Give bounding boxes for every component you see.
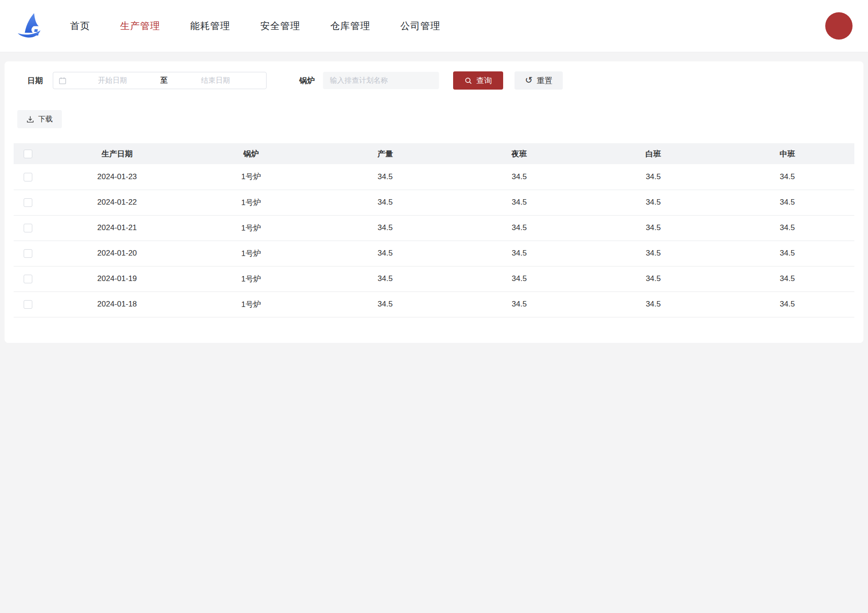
row-checkbox[interactable] xyxy=(24,249,32,258)
cell-boiler: 1号炉 xyxy=(184,291,318,317)
cell-middle-shift: 34.5 xyxy=(720,164,854,190)
reset-button-label: 重置 xyxy=(537,75,552,86)
nav-item-company[interactable]: 公司管理 xyxy=(400,20,440,32)
cell-production-date: 2024-01-19 xyxy=(50,266,184,291)
cell-production-date: 2024-01-21 xyxy=(50,215,184,241)
app-logo-sailboat-icon xyxy=(15,11,45,40)
query-button[interactable]: 查询 xyxy=(453,71,503,90)
cell-output: 34.5 xyxy=(318,164,452,190)
download-button-label: 下载 xyxy=(38,115,53,124)
query-button-label: 查询 xyxy=(476,75,492,86)
cell-day-shift: 34.5 xyxy=(586,241,721,266)
cell-production-date: 2024-01-20 xyxy=(50,241,184,266)
nav-item-safety[interactable]: 安全管理 xyxy=(260,20,300,32)
row-checkbox[interactable] xyxy=(24,224,32,232)
filter-row: 日期 至 锅炉 查询 xyxy=(27,71,854,90)
cell-output: 34.5 xyxy=(318,215,452,241)
download-icon xyxy=(26,116,34,123)
cell-day-shift: 34.5 xyxy=(586,215,721,241)
row-checkbox[interactable] xyxy=(24,275,32,283)
cell-output: 34.5 xyxy=(318,266,452,291)
main-nav: 首页 生产管理 能耗管理 安全管理 仓库管理 公司管理 xyxy=(70,20,440,32)
nav-item-warehouse[interactable]: 仓库管理 xyxy=(330,20,370,32)
col-output: 产量 xyxy=(318,143,452,164)
cell-day-shift: 34.5 xyxy=(586,164,721,190)
cell-middle-shift: 34.5 xyxy=(720,190,854,215)
cell-night-shift: 34.5 xyxy=(452,266,586,291)
cell-output: 34.5 xyxy=(318,291,452,317)
cell-day-shift: 34.5 xyxy=(586,291,721,317)
cell-boiler: 1号炉 xyxy=(184,190,318,215)
nav-item-energy[interactable]: 能耗管理 xyxy=(190,20,230,32)
cell-middle-shift: 34.5 xyxy=(720,291,854,317)
row-checkbox[interactable] xyxy=(24,198,32,207)
boiler-filter-label: 锅炉 xyxy=(299,75,315,86)
table-row: 2024-01-19 1号炉 34.5 34.5 34.5 34.5 xyxy=(14,266,854,291)
production-table: 生产日期 锅炉 产量 夜班 白班 中班 2024-01-23 1号炉 34.5 … xyxy=(14,143,854,317)
cell-boiler: 1号炉 xyxy=(184,164,318,190)
col-day-shift: 白班 xyxy=(586,143,721,164)
cell-middle-shift: 34.5 xyxy=(720,266,854,291)
calendar-icon xyxy=(59,77,66,85)
cell-middle-shift: 34.5 xyxy=(720,215,854,241)
table-row: 2024-01-20 1号炉 34.5 34.5 34.5 34.5 xyxy=(14,241,854,266)
search-icon xyxy=(464,77,472,85)
cell-day-shift: 34.5 xyxy=(586,190,721,215)
col-production-date: 生产日期 xyxy=(50,143,184,164)
start-date-input[interactable] xyxy=(67,76,158,85)
table-row: 2024-01-18 1号炉 34.5 34.5 34.5 34.5 xyxy=(14,291,854,317)
cell-night-shift: 34.5 xyxy=(452,190,586,215)
nav-item-home[interactable]: 首页 xyxy=(70,20,90,32)
user-avatar[interactable] xyxy=(825,12,853,40)
top-navigation-bar: 首页 生产管理 能耗管理 安全管理 仓库管理 公司管理 xyxy=(0,0,868,52)
cell-night-shift: 34.5 xyxy=(452,164,586,190)
table-body: 2024-01-23 1号炉 34.5 34.5 34.5 34.5 2024-… xyxy=(14,164,854,317)
date-range-picker[interactable]: 至 xyxy=(53,72,267,89)
cell-production-date: 2024-01-23 xyxy=(50,164,184,190)
cell-output: 34.5 xyxy=(318,190,452,215)
cell-middle-shift: 34.5 xyxy=(720,241,854,266)
table-row: 2024-01-21 1号炉 34.5 34.5 34.5 34.5 xyxy=(14,215,854,241)
col-boiler: 锅炉 xyxy=(184,143,318,164)
cell-boiler: 1号炉 xyxy=(184,266,318,291)
end-date-input[interactable] xyxy=(171,76,261,85)
row-checkbox[interactable] xyxy=(24,173,32,181)
date-range-separator: 至 xyxy=(158,76,171,85)
cell-boiler: 1号炉 xyxy=(184,215,318,241)
col-night-shift: 夜班 xyxy=(452,143,586,164)
cell-day-shift: 34.5 xyxy=(586,266,721,291)
col-middle-shift: 中班 xyxy=(720,143,854,164)
boiler-name-input[interactable] xyxy=(323,72,439,89)
nav-item-production[interactable]: 生产管理 xyxy=(120,20,160,32)
cell-boiler: 1号炉 xyxy=(184,241,318,266)
cell-production-date: 2024-01-22 xyxy=(50,190,184,215)
cell-night-shift: 34.5 xyxy=(452,291,586,317)
cell-night-shift: 34.5 xyxy=(452,241,586,266)
table-header-row: 生产日期 锅炉 产量 夜班 白班 中班 xyxy=(14,143,854,164)
table-row: 2024-01-22 1号炉 34.5 34.5 34.5 34.5 xyxy=(14,190,854,215)
content-card: 日期 至 锅炉 查询 xyxy=(5,61,863,343)
row-checkbox[interactable] xyxy=(24,300,32,309)
cell-production-date: 2024-01-18 xyxy=(50,291,184,317)
select-all-checkbox[interactable] xyxy=(24,150,32,158)
cell-night-shift: 34.5 xyxy=(452,215,586,241)
reset-icon: ↺ xyxy=(525,75,533,85)
reset-button[interactable]: ↺ 重置 xyxy=(515,71,563,90)
download-button[interactable]: 下载 xyxy=(17,110,62,128)
date-filter-label: 日期 xyxy=(27,75,43,86)
cell-output: 34.5 xyxy=(318,241,452,266)
table-row: 2024-01-23 1号炉 34.5 34.5 34.5 34.5 xyxy=(14,164,854,190)
